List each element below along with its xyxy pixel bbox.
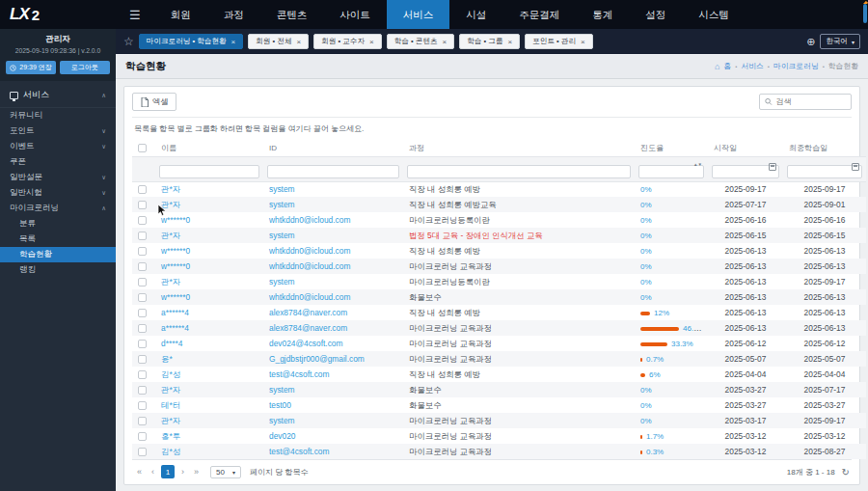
nav-item-시설[interactable]: 시설	[449, 0, 502, 29]
search-input[interactable]	[776, 97, 846, 106]
name-link[interactable]: w******0	[161, 246, 190, 256]
row-checkbox[interactable]	[138, 201, 147, 209]
logout-button[interactable]: 로그아웃	[60, 61, 110, 74]
language-select[interactable]: 한국어 ▾	[820, 34, 860, 49]
filter-id-input[interactable]	[267, 165, 399, 178]
name-link[interactable]: 김*성	[161, 447, 180, 456]
row-checkbox[interactable]	[138, 401, 147, 410]
next-page-button[interactable]: ›	[178, 467, 187, 477]
sidebar-item-마이크로러닝[interactable]: 마이크로러닝∧	[0, 201, 116, 216]
sidebar-section-services[interactable]: 서비스 ∧	[0, 81, 116, 108]
row-checkbox[interactable]	[138, 417, 147, 425]
row-checkbox[interactable]	[138, 293, 147, 302]
row-checkbox[interactable]	[138, 185, 147, 194]
sidebar-subitem-분류[interactable]: 분류	[0, 216, 116, 232]
workspace-tab[interactable]: 회원 • 교수자×	[313, 34, 382, 49]
name-link[interactable]: a******4	[161, 308, 189, 317]
sidebar-item-이벤트[interactable]: 이벤트∨	[0, 139, 116, 154]
close-icon[interactable]: ×	[508, 38, 513, 46]
row-checkbox[interactable]	[138, 355, 147, 364]
hamburger-icon[interactable]: ☰	[116, 8, 154, 22]
row-checkbox[interactable]	[138, 232, 147, 240]
row-checkbox[interactable]	[138, 278, 147, 286]
excel-export-button[interactable]: 엑셀	[132, 93, 176, 111]
nav-item-시스템[interactable]: 시스템	[682, 0, 746, 29]
id-link[interactable]: whtkddn0@icloud.com	[269, 261, 350, 271]
id-link[interactable]: dev024@4csoft.com	[269, 339, 342, 348]
id-link[interactable]: system	[269, 385, 295, 395]
nav-item-과정[interactable]: 과정	[207, 0, 260, 29]
id-link[interactable]: system	[269, 184, 295, 194]
last-page-button[interactable]: »	[191, 467, 202, 477]
close-icon[interactable]: ×	[581, 38, 585, 46]
sidebar-item-포인트[interactable]: 포인트∨	[0, 123, 116, 139]
nav-item-서비스[interactable]: 서비스	[387, 0, 450, 29]
name-link[interactable]: a******4	[161, 323, 189, 333]
id-link[interactable]: system	[269, 200, 295, 209]
row-checkbox[interactable]	[138, 370, 147, 379]
sidebar-item-쿠폰[interactable]: 쿠폰	[0, 154, 116, 170]
name-link[interactable]: 관*자	[161, 277, 180, 286]
nav-item-회원[interactable]: 회원	[154, 0, 207, 29]
workspace-tab[interactable]: 포인트 • 관리×	[525, 34, 593, 49]
breadcrumb-item[interactable]: 서비스	[741, 61, 763, 71]
close-icon[interactable]: ×	[297, 38, 302, 46]
id-link[interactable]: whtkddn0@icloud.com	[269, 215, 350, 225]
id-link[interactable]: alex8784@naver.com	[269, 323, 347, 333]
id-link[interactable]: test00	[269, 400, 291, 410]
current-page-button[interactable]: 1	[161, 465, 175, 478]
id-link[interactable]: system	[269, 277, 295, 286]
filter-course-input[interactable]	[407, 165, 631, 178]
column-header-id[interactable]: ID	[263, 140, 403, 157]
workspace-tab[interactable]: 학습 • 콘텐츠×	[387, 34, 455, 49]
name-link[interactable]: w******0	[161, 292, 190, 302]
name-link[interactable]: 관*자	[161, 200, 180, 209]
workspace-tab[interactable]: 회원 • 전체×	[248, 34, 309, 49]
app-logo[interactable]: LX 2	[0, 5, 116, 24]
row-checkbox[interactable]	[138, 432, 147, 441]
name-link[interactable]: 관*자	[161, 231, 180, 240]
name-link[interactable]: w******0	[161, 261, 190, 271]
column-header-course[interactable]: 과정	[403, 140, 635, 157]
column-header-name[interactable]: 이름	[155, 140, 263, 157]
name-link[interactable]: 관*자	[161, 416, 180, 425]
select-all-checkbox[interactable]	[138, 144, 147, 152]
search-box[interactable]	[759, 94, 852, 110]
id-link[interactable]: system	[269, 416, 295, 425]
scrollbar-thumb[interactable]	[863, 4, 867, 23]
id-link[interactable]: test@4csoft.com	[269, 369, 330, 379]
workspace-tab[interactable]: 학습 • 그룹×	[459, 34, 520, 49]
name-link[interactable]: w******0	[161, 215, 190, 225]
sidebar-subitem-학습현황[interactable]: 학습현황	[0, 247, 116, 262]
id-link[interactable]: whtkddn0@icloud.com	[269, 292, 350, 302]
refresh-icon[interactable]: ↻	[842, 467, 850, 477]
nav-item-사이트[interactable]: 사이트	[323, 0, 387, 29]
name-link[interactable]: 김*성	[161, 369, 180, 379]
number-spinner-icon[interactable]: ▲▼	[693, 162, 702, 167]
name-link[interactable]: 관*자	[161, 184, 180, 194]
sidebar-subitem-랭킹[interactable]: 랭킹	[0, 262, 116, 278]
sidebar-item-일반시험[interactable]: 일반시험∨	[0, 185, 116, 201]
id-link[interactable]: whtkddn0@icloud.com	[269, 246, 350, 256]
row-checkbox[interactable]	[138, 448, 147, 456]
breadcrumb-item[interactable]: 마이크로러닝	[773, 61, 819, 71]
calendar-icon[interactable]	[852, 163, 859, 171]
filter-name-input[interactable]	[159, 165, 259, 178]
name-link[interactable]: 테*터	[161, 400, 180, 410]
name-link[interactable]: 홍*투	[161, 431, 180, 441]
first-page-button[interactable]: «	[134, 467, 145, 477]
nav-item-설정[interactable]: 설정	[629, 0, 682, 29]
id-link[interactable]: dev020	[269, 431, 295, 441]
prev-page-button[interactable]: ‹	[149, 467, 157, 477]
row-checkbox[interactable]	[138, 309, 147, 317]
row-checkbox[interactable]	[138, 340, 147, 348]
row-checkbox[interactable]	[138, 216, 147, 225]
sidebar-subitem-목록[interactable]: 목록	[0, 232, 116, 247]
per-page-select[interactable]: 50 ▾	[210, 466, 241, 478]
name-link[interactable]: d****4	[161, 339, 182, 348]
workspace-tab[interactable]: 마이크로러닝 • 학습현황×	[139, 34, 244, 49]
row-checkbox[interactable]	[138, 324, 147, 333]
close-icon[interactable]: ×	[443, 38, 448, 46]
row-checkbox[interactable]	[138, 247, 147, 256]
close-icon[interactable]: ×	[231, 38, 236, 46]
